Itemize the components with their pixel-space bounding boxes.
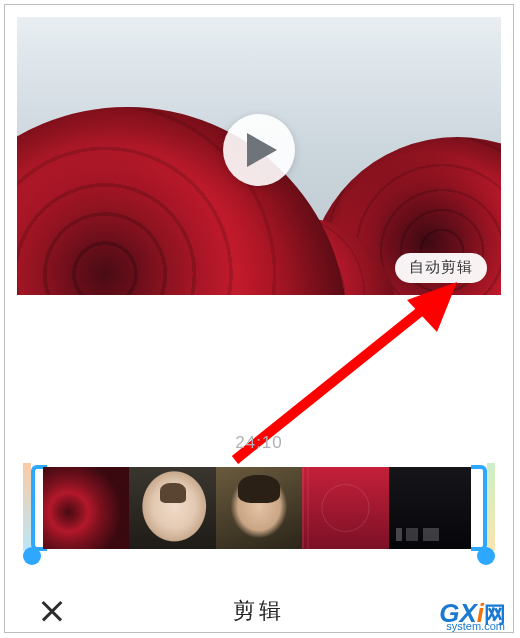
thumbnail <box>389 467 475 549</box>
video-preview[interactable]: 自动剪辑 <box>17 17 501 295</box>
duration-label: 24:10 <box>5 433 513 453</box>
app-frame: 自动剪辑 24:10 剪辑 GXi网 system.com <box>4 4 514 633</box>
svg-marker-0 <box>247 133 277 167</box>
auto-edit-button[interactable]: 自动剪辑 <box>395 253 487 283</box>
bottom-bar: 剪辑 <box>5 587 513 635</box>
trim-control[interactable] <box>27 465 491 553</box>
watermark: GXi网 system.com <box>439 598 507 630</box>
play-button[interactable] <box>223 114 295 186</box>
thumbnail <box>129 467 215 549</box>
trim-handle-right[interactable] <box>471 465 487 551</box>
thumbnail <box>43 467 129 549</box>
preview-decor <box>17 107 347 295</box>
trim-knob-right[interactable] <box>477 547 495 565</box>
thumbnail <box>216 467 302 549</box>
screen-title: 剪辑 <box>5 596 513 626</box>
thumbnail-strip[interactable] <box>43 467 475 549</box>
auto-edit-label: 自动剪辑 <box>409 258 473 275</box>
trim-knob-left[interactable] <box>23 547 41 565</box>
thumbnail <box>302 467 388 549</box>
play-icon <box>247 133 277 167</box>
